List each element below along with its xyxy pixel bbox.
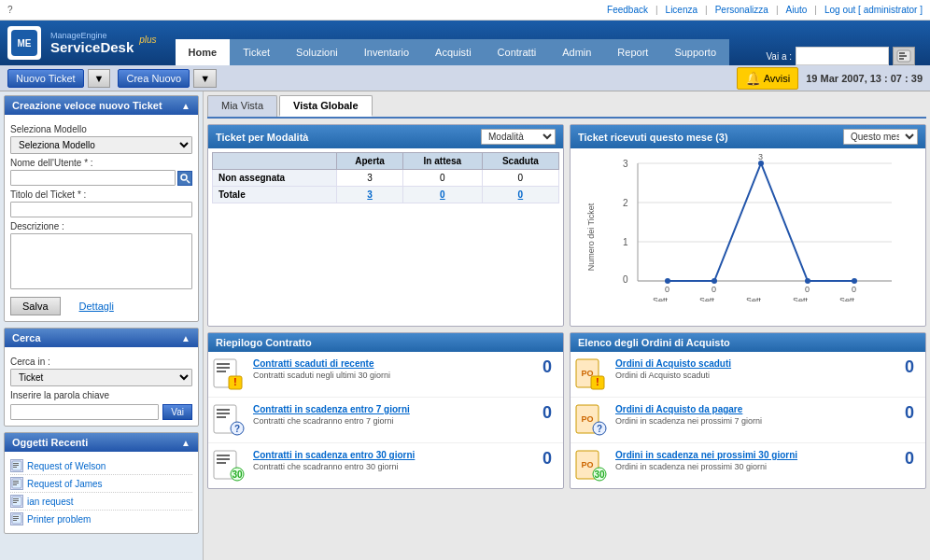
svg-text:0: 0 bbox=[712, 285, 716, 294]
ticket-modalita-header: Ticket per Modalità Modalità bbox=[208, 125, 563, 148]
nav-item-inventario[interactable]: Inventario bbox=[351, 39, 422, 65]
svg-rect-21 bbox=[13, 516, 19, 517]
oggetto-link[interactable]: Request of Welson bbox=[27, 461, 106, 471]
nome-utente-input[interactable] bbox=[10, 170, 176, 186]
cerca-field-row: Vai bbox=[10, 404, 192, 420]
contratto-count-1: 0 bbox=[535, 357, 559, 377]
svg-point-38 bbox=[852, 278, 857, 284]
contratto-info-2: Contratti in scadenza entro 7 giorni Con… bbox=[253, 403, 528, 426]
dettagli-link[interactable]: Dettagli bbox=[79, 301, 114, 312]
acquisti-link-2[interactable]: Ordini di Acquisto da pagare bbox=[615, 404, 742, 414]
contratto-info-3: Contratti in scadenza entro 30 giorni Co… bbox=[253, 449, 528, 471]
creazione-panel: Creazione veloce nuovo Ticket ▲ Selezion… bbox=[4, 95, 199, 322]
vai-a-input[interactable] bbox=[796, 47, 889, 65]
logo-servicedesk: ServiceDesk bbox=[50, 40, 134, 56]
logout-link[interactable]: Log out [ administrator ] bbox=[824, 5, 923, 15]
contratto-count-3: 0 bbox=[535, 449, 559, 469]
svg-text:0: 0 bbox=[852, 285, 856, 294]
acquisti-desc-2: Ordini in scadenza nei prossimi 7 giorni bbox=[615, 416, 890, 426]
acquisti-info-3: Ordini in scadenza nei prossimi 30 giorn… bbox=[615, 449, 890, 471]
oggetti-list: Request of Welson Request of James ian r… bbox=[10, 457, 192, 527]
svg-point-34 bbox=[665, 278, 670, 284]
ticket-icon bbox=[10, 495, 23, 508]
oggetto-link[interactable]: Printer problem bbox=[27, 514, 91, 525]
list-item: Request of James bbox=[10, 475, 192, 493]
nav-item-acquisti[interactable]: Acquisti bbox=[422, 39, 485, 65]
oggetto-link[interactable]: ian request bbox=[27, 497, 73, 507]
crea-nuovo-dropdown[interactable]: ▼ bbox=[88, 69, 111, 88]
svg-text:PO: PO bbox=[581, 414, 593, 424]
totale-label: Totale bbox=[213, 187, 337, 203]
svg-text:Sett...: Sett... bbox=[793, 296, 815, 301]
nav-item-contratti[interactable]: Contratti bbox=[485, 39, 550, 65]
tab-mia-vista[interactable]: Mia Vista bbox=[207, 95, 277, 117]
parola-chiave-label: Inserire la parola chiave bbox=[10, 390, 192, 400]
svg-text:!: ! bbox=[233, 377, 236, 387]
acquisti-link-3[interactable]: Ordini in scadenza nei prossimi 30 giorn… bbox=[615, 450, 797, 460]
svg-text:!: ! bbox=[596, 377, 599, 387]
oggetti-collapse-btn[interactable]: ▲ bbox=[181, 438, 190, 448]
avvisi-button[interactable]: 🔔 Avvisi bbox=[737, 67, 799, 90]
svg-text:3: 3 bbox=[623, 159, 628, 169]
svg-rect-13 bbox=[13, 481, 19, 482]
nuovo-ticket-button[interactable]: Nuovo Ticket bbox=[7, 69, 84, 88]
contratto-link-2[interactable]: Contratti in scadenza entro 7 giorni bbox=[253, 404, 410, 414]
aiuto-link[interactable]: Aiuto bbox=[786, 5, 808, 15]
svg-text:Sett...: Sett... bbox=[839, 296, 862, 301]
ticket-icon bbox=[10, 459, 23, 472]
ticket-ricevuti-panel: Ticket ricevuti questo mese (3) Questo m… bbox=[570, 124, 926, 327]
vai-a-btn[interactable] bbox=[893, 47, 915, 65]
nav-item-ticket[interactable]: Ticket bbox=[230, 39, 283, 65]
nav-item-admin[interactable]: Admin bbox=[549, 39, 604, 65]
creazione-collapse-btn[interactable]: ▲ bbox=[181, 101, 190, 111]
vai-button[interactable]: Vai bbox=[162, 404, 192, 420]
acquisti-info-1: Ordini di Acquisto scaduti Ordini di Acq… bbox=[615, 357, 890, 380]
nav-item-supporto[interactable]: Supporto bbox=[661, 39, 729, 65]
logo-icon: ME bbox=[7, 26, 41, 60]
svg-rect-63 bbox=[217, 458, 230, 460]
nav-item-home[interactable]: Home bbox=[176, 39, 231, 65]
acquisti-count-2: 0 bbox=[897, 403, 922, 423]
crea-nuovo-dropdown2[interactable]: ▼ bbox=[193, 69, 217, 88]
descrizione-textarea[interactable] bbox=[10, 233, 192, 289]
parola-chiave-input[interactable] bbox=[10, 404, 159, 420]
licenza-link[interactable]: Licenza bbox=[666, 5, 698, 15]
svg-rect-23 bbox=[13, 520, 17, 521]
contratto-desc-1: Contratti scaduti negli ultimi 30 giorni bbox=[253, 371, 528, 380]
nav-item-report[interactable]: Report bbox=[604, 39, 661, 65]
seleziona-modello-select[interactable]: Seleziona Modello bbox=[10, 136, 192, 154]
contratto-link-1[interactable]: Contratti scaduti di recente bbox=[253, 358, 373, 369]
acquisti-icon-1: PO ! bbox=[574, 357, 608, 391]
feedback-link[interactable]: Feedback bbox=[607, 5, 648, 15]
cerca-in-select[interactable]: Ticket bbox=[10, 369, 192, 386]
questo-mese-select[interactable]: Questo mese bbox=[843, 129, 918, 145]
titolo-ticket-input[interactable] bbox=[10, 202, 192, 217]
contratto-header: Riepilogo Contratto bbox=[208, 333, 563, 352]
oggetto-link[interactable]: Request of James bbox=[27, 479, 103, 489]
nav-item-soluzioni[interactable]: Soluzioni bbox=[283, 39, 351, 65]
ticket-icon bbox=[10, 477, 23, 490]
main-area: Creazione veloce nuovo Ticket ▲ Selezion… bbox=[0, 91, 930, 560]
logo-area: ME ManageEngine ServiceDesk plus bbox=[7, 26, 157, 60]
tab-vista-globale[interactable]: Vista Globale bbox=[279, 95, 373, 117]
svg-rect-51 bbox=[217, 367, 230, 369]
ticket-modalita-panel: Ticket per Modalità Modalità Aperta In a… bbox=[207, 124, 564, 327]
svg-rect-64 bbox=[217, 462, 226, 464]
ticket-modalita-table: Aperta In attesa Scaduta Non assegnata 3… bbox=[212, 152, 559, 203]
personalizza-link[interactable]: Personalizza bbox=[715, 5, 768, 15]
totale-aperta: 3 bbox=[337, 187, 403, 203]
acquisti-link-1[interactable]: Ordini di Acquisto scaduti bbox=[615, 358, 731, 369]
svg-text:30: 30 bbox=[594, 469, 605, 480]
contratto-link-3[interactable]: Contratti in scadenza entro 30 giorni bbox=[253, 450, 415, 460]
col-in-attesa: In attesa bbox=[402, 153, 482, 170]
top-bar: ? Feedback | Licenza | Personalizza | Ai… bbox=[0, 0, 930, 21]
salva-button[interactable]: Salva bbox=[10, 297, 61, 315]
svg-rect-56 bbox=[217, 409, 230, 411]
modalita-select[interactable]: Modalità bbox=[481, 129, 556, 145]
crea-nuovo-button[interactable]: Crea Nuovo bbox=[118, 69, 190, 88]
cerca-collapse-btn[interactable]: ▲ bbox=[181, 333, 190, 343]
sidebar: Creazione veloce nuovo Ticket ▲ Selezion… bbox=[0, 91, 204, 560]
non-assegnata-attesa: 0 bbox=[402, 170, 482, 187]
user-search-icon[interactable] bbox=[177, 171, 192, 186]
list-item: PO ? Ordini di Acquisto da pagare Ordini… bbox=[571, 398, 925, 443]
